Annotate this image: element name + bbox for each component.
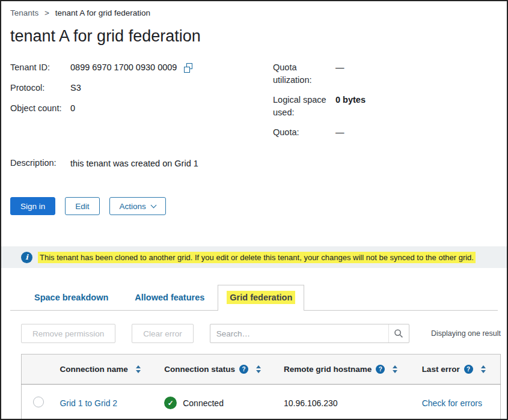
breadcrumb-tenants-link[interactable]: Tenants xyxy=(10,8,38,17)
breadcrumb-current: tenant A for grid federation xyxy=(55,8,150,17)
search-box xyxy=(210,324,409,343)
object-count-label: Object count: xyxy=(10,102,70,115)
table-header-row: Connection name Connection status ? Remo… xyxy=(22,355,501,385)
col-last-error-label: Last error xyxy=(422,365,460,374)
radio-column-header xyxy=(22,355,60,385)
search-icon[interactable] xyxy=(388,324,409,342)
breadcrumb-separator: > xyxy=(44,8,49,17)
quota-label: Quota: xyxy=(273,126,335,139)
description-label: Description: xyxy=(10,157,70,169)
edit-button[interactable]: Edit xyxy=(65,197,99,215)
chevron-down-icon xyxy=(150,202,156,208)
actions-button[interactable]: Actions xyxy=(109,197,166,215)
actions-button-label: Actions xyxy=(120,202,146,211)
quota-utilization-value: — xyxy=(335,61,498,87)
object-count-value: 0 xyxy=(70,102,273,115)
tab-bar: Space breakdown Allowed features Grid fe… xyxy=(10,285,498,311)
logical-space-used-label: Logical space used: xyxy=(273,94,335,119)
col-remote-grid-hostname-label: Remote grid hostname xyxy=(284,365,372,374)
quota-utilization-label: Quota utilization: xyxy=(273,61,335,87)
info-icon: i xyxy=(21,252,32,263)
info-banner: i This tenant has been cloned to another… xyxy=(1,246,507,268)
sort-icon[interactable] xyxy=(256,365,261,373)
connection-name-link[interactable]: Grid 1 to Grid 2 xyxy=(60,398,117,408)
tenant-details: Tenant ID: 0899 6970 1700 0930 0009 Prot… xyxy=(10,61,498,139)
col-connection-status-label: Connection status xyxy=(164,365,235,374)
sort-icon[interactable] xyxy=(481,365,486,373)
logical-space-used-value: 0 bytes xyxy=(335,94,498,119)
check-for-errors-link[interactable]: Check for errors xyxy=(422,398,482,408)
tab-space-breakdown[interactable]: Space breakdown xyxy=(21,285,121,310)
copy-icon[interactable] xyxy=(183,63,193,73)
help-icon[interactable]: ? xyxy=(239,365,248,374)
banner-text: This tenant has been cloned to another g… xyxy=(38,253,476,262)
protocol-value: S3 xyxy=(70,82,273,94)
sign-in-button[interactable]: Sign in xyxy=(10,197,55,215)
tab-grid-federation[interactable]: Grid federation xyxy=(218,285,304,311)
result-count: Displaying one result xyxy=(431,329,501,338)
col-last-error[interactable]: Last error ? xyxy=(422,355,501,385)
connection-status-text: Connected xyxy=(183,398,224,408)
action-buttons: Sign in Edit Actions xyxy=(10,197,498,215)
remove-permission-button[interactable]: Remove permission xyxy=(21,324,115,343)
banner-message: This tenant has been cloned to another g… xyxy=(38,252,476,263)
col-connection-name-label: Connection name xyxy=(60,365,127,374)
description-row: Description: this tenant was created on … xyxy=(10,157,498,169)
search-input[interactable] xyxy=(210,329,388,338)
remote-grid-hostname: 10.96.106.230 xyxy=(284,398,338,408)
tab-allowed-features[interactable]: Allowed features xyxy=(121,285,218,310)
sort-icon[interactable] xyxy=(393,365,397,373)
quota-value: — xyxy=(335,126,498,139)
clear-error-button[interactable]: Clear error xyxy=(132,324,194,343)
tab-grid-federation-label: Grid federation xyxy=(227,291,295,304)
page-title: tenant A for grid federation xyxy=(10,27,507,46)
description-value: this tenant was created on Grid 1 xyxy=(70,157,198,169)
row-radio[interactable] xyxy=(33,397,44,407)
connection-status: ✓ Connected xyxy=(164,397,224,409)
check-circle-icon: ✓ xyxy=(164,397,177,409)
col-connection-name[interactable]: Connection name xyxy=(60,355,164,385)
help-icon[interactable]: ? xyxy=(464,365,473,374)
protocol-label: Protocol: xyxy=(10,82,70,94)
col-remote-grid-hostname[interactable]: Remote grid hostname ? xyxy=(284,355,422,385)
tenant-id-value: 0899 6970 1700 0930 0009 xyxy=(70,61,177,74)
tenant-details-page: Tenants > tenant A for grid federation t… xyxy=(1,1,507,420)
tenant-id-label: Tenant ID: xyxy=(10,61,70,74)
breadcrumb: Tenants > tenant A for grid federation xyxy=(1,1,507,17)
table-toolbar: Remove permission Clear error Displaying… xyxy=(21,324,501,343)
help-icon[interactable]: ? xyxy=(376,365,385,374)
connections-table: Connection name Connection status ? Remo… xyxy=(21,354,501,420)
table-row: Grid 1 to Grid 2 ✓ Connected 10.96.106.2… xyxy=(22,385,501,420)
sort-icon[interactable] xyxy=(136,365,141,373)
col-connection-status[interactable]: Connection status ? xyxy=(164,355,284,385)
